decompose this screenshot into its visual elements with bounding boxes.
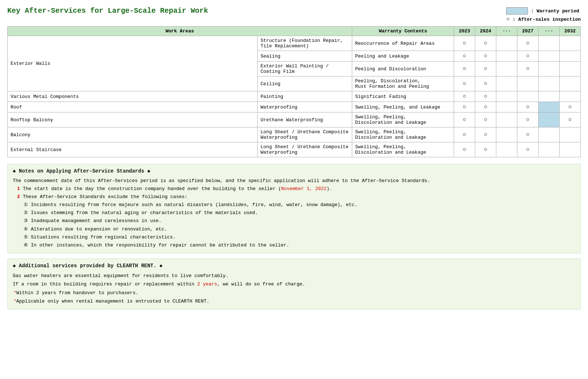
notes-item2-num: 2 <box>17 194 20 200</box>
year-cell <box>539 51 560 62</box>
table-row: RoofWaterproofingSwelling, Peeling, and … <box>8 102 581 112</box>
work-detail-cell: Long Sheet / Urethane Composite Waterpro… <box>258 142 352 157</box>
year-cell: ○ <box>454 62 475 76</box>
year-cell <box>517 76 539 91</box>
year-cell: ○ <box>454 112 475 127</box>
year-cell <box>496 76 517 91</box>
work-detail-cell: Exterior Wall Painting / Coating Film <box>258 62 352 76</box>
col-year-2023: 2023 <box>454 27 475 36</box>
additional-section: ◆ Additional services provided by CLEART… <box>7 258 581 310</box>
additional-note1-text: Within 2 years from handover to purchase… <box>16 290 138 296</box>
table-row: Exterior WallsStructure (Foundation Repa… <box>8 36 581 51</box>
col-warranty-contents: Warranty Contents <box>352 27 454 36</box>
year-cell: ○ <box>475 51 496 62</box>
notes-sub-item: ③ Inadequate management and carelessness… <box>24 217 575 225</box>
warranty-label: : Warranty period <box>531 8 579 14</box>
work-area-cell: Exterior Walls <box>8 36 258 91</box>
notes-sub-item: ⑥ In other instances, which the responsi… <box>24 241 575 249</box>
year-cell: ○ <box>560 112 581 127</box>
notes-item2: 2 These After-Service Standards exclude … <box>17 193 575 201</box>
year-cell: ○ <box>454 127 475 142</box>
col-year-ellipsis1: ··· <box>496 27 517 36</box>
notes-intro: The commencement date of this After-Serv… <box>13 177 575 185</box>
year-cell: ○ <box>475 62 496 76</box>
page-title: Key After-Services for Large-Scale Repai… <box>7 7 208 15</box>
table-row: External StaircaseLong Sheet / Urethane … <box>8 142 581 157</box>
year-cell: ○ <box>454 51 475 62</box>
notes-item1-text-before: The start date is the day the constructi… <box>23 186 281 192</box>
work-area-cell: Rooftop Balcony <box>8 112 258 127</box>
year-cell: ○ <box>475 76 496 91</box>
year-cell <box>496 112 517 127</box>
year-cell: ○ <box>517 142 539 157</box>
warranty-cell: Significant Fading <box>352 91 454 102</box>
year-cell <box>560 51 581 62</box>
year-cell <box>539 76 560 91</box>
warranty-cell: Swelling, Peeling,Discoloration and Leak… <box>352 127 454 142</box>
additional-line1: Gas water heaters are essential equipmen… <box>13 272 575 280</box>
year-cell <box>539 127 560 142</box>
warranty-cell: Swelling, Peeling,Discoloration and Leak… <box>352 112 454 127</box>
work-area-cell: Balcony <box>8 127 258 142</box>
year-cell: ○ <box>454 76 475 91</box>
year-cell <box>560 91 581 102</box>
year-cell <box>560 142 581 157</box>
col-year-2032: 2032 <box>560 27 581 36</box>
year-cell <box>560 36 581 51</box>
table-row: Various Metal ComponentsPaintingSignific… <box>8 91 581 102</box>
year-cell: ○ <box>475 127 496 142</box>
additional-body: Gas water heaters are essential equipmen… <box>13 272 575 306</box>
main-table: Work Areas Warranty Contents 2023 2024 ·… <box>7 26 581 157</box>
work-detail-cell: Painting <box>258 91 352 102</box>
notes-sub-item: ⑤ Situations resulting from regional cha… <box>24 233 575 241</box>
table-row: Rooftop BalconyUrethane WaterproofingSwe… <box>8 112 581 127</box>
notes-title: ◆ Notes on Applying After-Service Standa… <box>13 168 575 174</box>
year-cell <box>496 91 517 102</box>
notes-item1: 1 The start date is the day the construc… <box>17 185 575 193</box>
year-cell <box>560 127 581 142</box>
legend-warranty: : Warranty period <box>506 7 579 15</box>
year-cell: ○ <box>475 142 496 157</box>
notes-item2-text: These After-Service Standards exclude th… <box>23 194 187 200</box>
col-year-2027: 2027 <box>517 27 539 36</box>
year-cell <box>539 36 560 51</box>
year-cell <box>496 51 517 62</box>
work-area-cell: Various Metal Components <box>8 91 258 102</box>
year-cell: ○ <box>517 112 539 127</box>
year-cell: ○ <box>560 102 581 112</box>
year-cell: ○ <box>517 62 539 76</box>
additional-line2: If a room in this building requires repa… <box>13 280 575 288</box>
warranty-cell: Swelling, Peeling,Discoloration and Leak… <box>352 142 454 157</box>
additional-note1: *Within 2 years from handover to purchas… <box>13 289 575 297</box>
work-detail-cell: Ceiling <box>258 76 352 91</box>
additional-note2-text: Applicable only when rental management i… <box>16 299 210 304</box>
additional-title: ◆ Additional services provided by CLEART… <box>13 262 575 269</box>
work-area-cell: Roof <box>8 102 258 112</box>
year-cell <box>539 112 560 127</box>
year-cell: ○ <box>475 91 496 102</box>
year-cell: ○ <box>454 36 475 51</box>
year-cell <box>539 142 560 157</box>
work-detail-cell: Structure (Foundation Repair, Tile Repla… <box>258 36 352 51</box>
legend-inspection: ○ : After-sales inspection <box>506 16 581 23</box>
year-cell <box>496 127 517 142</box>
work-detail-cell: Waterproofing <box>258 102 352 112</box>
table-row: BalconyLong Sheet / Urethane Composite W… <box>8 127 581 142</box>
inspection-label: : After-sales inspection <box>513 17 581 22</box>
work-area-cell: External Staircase <box>8 142 258 157</box>
notes-sub-item: ① Incidents resulting from force majeure… <box>24 201 575 209</box>
year-cell: ○ <box>517 51 539 62</box>
year-cell: ○ <box>475 112 496 127</box>
inspection-circle-icon: ○ <box>506 16 510 23</box>
year-cell <box>496 62 517 76</box>
year-cell: ○ <box>475 102 496 112</box>
year-cell: ○ <box>454 142 475 157</box>
year-cell: ○ <box>517 127 539 142</box>
notes-body: The commencement date of this After-Serv… <box>13 177 575 249</box>
year-cell: ○ <box>475 36 496 51</box>
warranty-cell: Peeling and Discoloration <box>352 62 454 76</box>
notes-item1-date: November 1, 2022 <box>281 186 327 192</box>
warranty-cell: Peeling and Leakage <box>352 51 454 62</box>
year-cell <box>496 142 517 157</box>
notes-sub-item: ④ Alterations due to expansion or renova… <box>24 225 575 233</box>
